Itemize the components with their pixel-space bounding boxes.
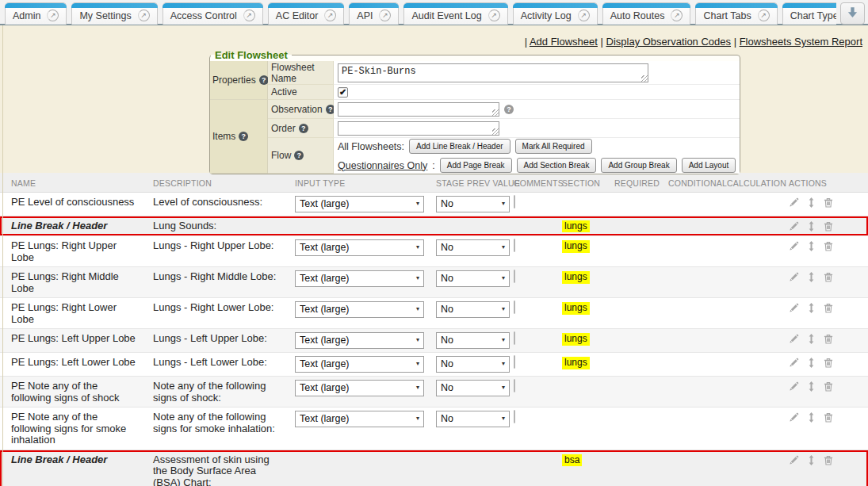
stage-prev-value-select[interactable]: No▾	[436, 239, 510, 256]
comments-cell	[503, 408, 551, 450]
help-icon[interactable]: ?	[294, 151, 304, 160]
tab-audit-event-log[interactable]: Audit Event Log↗	[403, 2, 507, 25]
link-flowsheets-system-report[interactable]: Flowsheets System Report	[740, 36, 862, 48]
edit-icon[interactable]	[789, 303, 799, 313]
link-add-flowsheet[interactable]: Add Flowsheet	[530, 36, 598, 48]
column-header-calculation: CALCULATION	[716, 173, 778, 192]
tab-access-control[interactable]: Access Control↗	[163, 2, 263, 25]
button-add-line-break-header[interactable]: Add Line Break / Header	[409, 139, 510, 154]
edit-icon[interactable]	[789, 197, 799, 208]
move-icon[interactable]	[807, 221, 816, 232]
edit-icon[interactable]	[789, 381, 799, 392]
required-cell	[603, 193, 657, 216]
stage-prev-value-select[interactable]: No▾	[436, 196, 510, 212]
observation-input[interactable]	[338, 103, 499, 116]
stage-prev-value-select[interactable]: No▾	[436, 270, 510, 287]
tab-label: AC Editor	[276, 10, 319, 21]
comments-checkbox[interactable]	[514, 300, 515, 314]
input-type-select[interactable]: Text (large)▾	[295, 239, 424, 256]
stage-prev-value-select[interactable]: No▾	[436, 332, 510, 349]
delete-icon[interactable]	[824, 303, 833, 313]
resize-grip[interactable]	[641, 75, 648, 82]
help-icon[interactable]: ?	[239, 132, 248, 141]
stage-prev-value-select[interactable]: No▾	[436, 301, 510, 318]
move-icon[interactable]	[807, 303, 816, 313]
tab-api[interactable]: API↗	[349, 2, 399, 25]
delete-icon[interactable]	[824, 358, 833, 368]
stage-prev-value-select[interactable]: No▾	[436, 411, 510, 427]
edit-icon[interactable]	[789, 241, 799, 251]
delete-icon[interactable]	[824, 197, 833, 208]
questionnaires-only-link[interactable]: Questionnaires Only	[338, 160, 427, 171]
tab-chart-types[interactable]: Chart Types↗	[782, 2, 836, 25]
comments-checkbox[interactable]	[514, 270, 515, 283]
move-icon[interactable]	[807, 455, 816, 465]
item-description: Lung Sounds:	[142, 216, 284, 236]
edit-icon[interactable]	[789, 412, 799, 423]
move-icon[interactable]	[807, 272, 816, 282]
tab-auto-routes[interactable]: Auto Routes↗	[602, 2, 691, 25]
edit-icon[interactable]	[789, 455, 799, 465]
button-add-group-break[interactable]: Add Group Break	[601, 158, 676, 173]
select-arrow-icon: ▾	[416, 242, 419, 254]
delete-icon[interactable]	[824, 412, 833, 423]
delete-icon[interactable]	[824, 455, 833, 465]
tab-chart-tabs[interactable]: Chart Tabs↗	[695, 2, 777, 25]
input-type-select[interactable]: Text (large)▾	[295, 380, 424, 396]
comments-checkbox[interactable]	[514, 331, 515, 345]
active-checkbox[interactable]: ✔	[338, 87, 348, 98]
delete-icon[interactable]	[824, 221, 833, 232]
move-icon[interactable]	[807, 358, 816, 368]
delete-icon[interactable]	[824, 272, 833, 282]
comments-cell	[503, 193, 551, 216]
tab-admin[interactable]: Admin↗	[5, 2, 67, 25]
stage-prev-value-select[interactable]: No▾	[436, 356, 510, 373]
tab-overflow-button[interactable]	[840, 2, 865, 25]
help-icon[interactable]: ?	[504, 105, 514, 114]
help-icon[interactable]: ?	[259, 75, 269, 85]
stage-prev-value-cell: No▾	[425, 236, 503, 266]
edit-icon[interactable]	[789, 272, 799, 282]
move-icon[interactable]	[807, 197, 816, 208]
flowsheet-name-input[interactable]	[338, 64, 648, 82]
stage-prev-value-select[interactable]: No▾	[436, 380, 510, 396]
help-icon[interactable]: ?	[299, 124, 308, 133]
edit-icon[interactable]	[789, 221, 799, 232]
edit-icon[interactable]	[789, 334, 799, 344]
comments-checkbox[interactable]	[514, 195, 515, 209]
input-type-select[interactable]: Text (large)▾	[295, 270, 424, 287]
move-icon[interactable]	[807, 334, 816, 344]
comments-checkbox[interactable]	[514, 355, 515, 369]
move-icon[interactable]	[807, 241, 816, 251]
select-arrow-icon: ▾	[416, 382, 419, 394]
resize-grip[interactable]	[492, 109, 499, 116]
input-type-select[interactable]: Text (large)▾	[295, 301, 424, 318]
comments-checkbox[interactable]	[514, 239, 515, 252]
move-icon[interactable]	[807, 381, 816, 392]
resize-grip[interactable]	[492, 128, 499, 135]
move-icon[interactable]	[807, 412, 816, 423]
input-type-select[interactable]: Text (large)▾	[295, 356, 424, 373]
flowsheet-name-label: Flowsheet Name	[268, 61, 334, 85]
input-type-select[interactable]: Text (large)▾	[295, 196, 424, 212]
edit-icon[interactable]	[789, 358, 799, 368]
delete-icon[interactable]	[824, 381, 833, 392]
button-add-section-break[interactable]: Add Section Break	[517, 158, 597, 173]
button-add-layout[interactable]: Add Layout	[682, 158, 736, 173]
delete-icon[interactable]	[824, 241, 833, 251]
comments-checkbox[interactable]	[514, 379, 515, 392]
conditional-cell	[657, 193, 716, 216]
button-add-page-break[interactable]: Add Page Break	[440, 158, 512, 173]
input-type-select[interactable]: Text (large)▾	[295, 332, 424, 349]
tab-ac-editor[interactable]: AC Editor↗	[268, 2, 345, 25]
input-type-select[interactable]: Text (large)▾	[295, 411, 424, 427]
input-type-cell	[284, 216, 425, 236]
order-input[interactable]	[338, 122, 499, 135]
link-display-observation-codes[interactable]: Display Observation Codes	[606, 36, 732, 48]
comments-checkbox[interactable]	[514, 410, 515, 423]
tab-activity-log[interactable]: Activity Log↗	[513, 2, 598, 25]
button-mark-all-required[interactable]: Mark All Required	[515, 139, 592, 154]
tab-label: My Settings	[79, 10, 131, 21]
tab-my-settings[interactable]: My Settings↗	[71, 2, 157, 25]
delete-icon[interactable]	[824, 334, 833, 344]
